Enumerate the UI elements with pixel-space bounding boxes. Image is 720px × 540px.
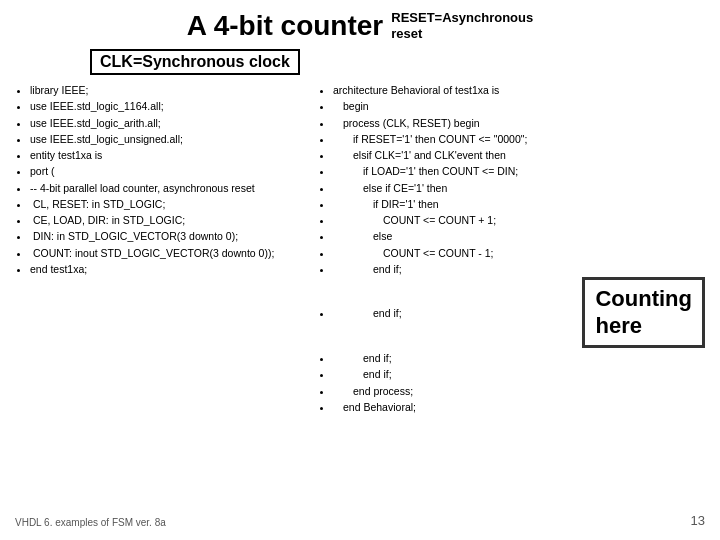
- list-item: else if CE='1' then: [333, 180, 705, 196]
- list-item: COUNT <= COUNT - 1;: [333, 245, 705, 261]
- list-item: begin: [333, 98, 705, 114]
- reset-label-line1: RESET=Asynchronous: [391, 10, 533, 26]
- list-item: -- 4-bit parallel load counter, asynchro…: [30, 180, 305, 196]
- reset-label-line2: reset: [391, 26, 422, 42]
- list-item: end if;: [333, 350, 705, 366]
- list-item: if DIR='1' then: [333, 196, 705, 212]
- list-item: end if;: [333, 366, 705, 382]
- list-item: DIN: in STD_LOGIC_VECTOR(3 downto 0);: [30, 228, 305, 244]
- footer-label: VHDL 6. examples of FSM ver. 8a: [15, 517, 166, 528]
- clk-label: CLK=Synchronous clock: [90, 49, 300, 75]
- counting-here-box: Countinghere: [582, 277, 705, 348]
- list-item: CL, RESET: in STD_LOGIC;: [30, 196, 305, 212]
- page-number: 13: [691, 513, 705, 528]
- content-area: library IEEE; use IEEE.std_logic_1164.al…: [15, 82, 705, 415]
- left-panel: library IEEE; use IEEE.std_logic_1164.al…: [15, 82, 305, 415]
- list-item: end Behavioral;: [333, 399, 705, 415]
- title-area: A 4-bit counter RESET=Asynchronous reset…: [15, 10, 705, 72]
- list-item: entity test1xa is: [30, 147, 305, 163]
- page: A 4-bit counter RESET=Asynchronous reset…: [0, 0, 720, 540]
- counting-here-text: Countinghere: [595, 286, 692, 337]
- list-item: COUNT: inout STD_LOGIC_VECTOR(3 downto 0…: [30, 245, 305, 261]
- list-item: CE, LOAD, DIR: in STD_LOGIC;: [30, 212, 305, 228]
- list-item: end if;: [333, 261, 705, 277]
- right-panel: architecture Behavioral of test1xa is be…: [315, 82, 705, 415]
- list-item: use IEEE.std_logic_1164.all;: [30, 98, 305, 114]
- list-item: end process;: [333, 383, 705, 399]
- list-item: library IEEE;: [30, 82, 305, 98]
- list-item: use IEEE.std_logic_unsigned.all;: [30, 131, 305, 147]
- list-item: COUNT <= COUNT + 1;: [333, 212, 705, 228]
- list-item: use IEEE.std_logic_arith.all;: [30, 115, 305, 131]
- list-item: else: [333, 228, 705, 244]
- list-item: if RESET='1' then COUNT <= "0000";: [333, 131, 705, 147]
- left-bullet-list: library IEEE; use IEEE.std_logic_1164.al…: [15, 82, 305, 277]
- list-item: process (CLK, RESET) begin: [333, 115, 705, 131]
- list-item: if LOAD='1' then COUNT <= DIN;: [333, 163, 705, 179]
- list-item: end if; Countinghere: [333, 277, 705, 350]
- list-item: architecture Behavioral of test1xa is: [333, 82, 705, 98]
- list-item: port (: [30, 163, 305, 179]
- right-code-list: architecture Behavioral of test1xa is be…: [315, 82, 705, 415]
- list-item: elsif CLK='1' and CLK'event then: [333, 147, 705, 163]
- list-item: end test1xa;: [30, 261, 305, 277]
- main-title: A 4-bit counter: [187, 10, 384, 42]
